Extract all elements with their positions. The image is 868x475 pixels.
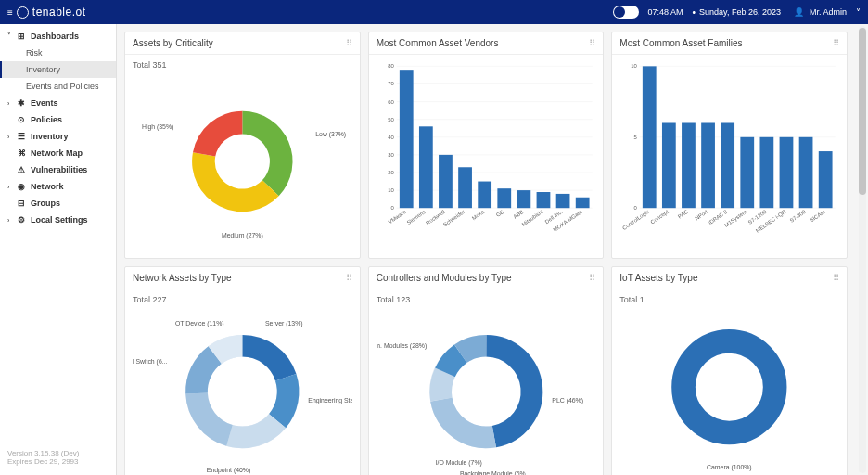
grip-icon[interactable]: ⠿	[833, 38, 839, 48]
svg-text:30: 30	[388, 152, 394, 158]
theme-toggle[interactable]	[613, 6, 639, 19]
svg-rect-52	[721, 122, 735, 208]
grip-icon[interactable]: ⠿	[346, 273, 352, 283]
svg-rect-18	[400, 70, 414, 208]
nav-events[interactable]: › ✱ Events	[0, 95, 116, 111]
controllers-donut-chart[interactable]: Comm. Modules (28%) PLC (46%) I/O Module…	[377, 308, 596, 475]
network-assets-donut-chart[interactable]: OT Device (11%) Server (13%) Industrial …	[133, 308, 352, 475]
scrollbar-track[interactable]	[859, 26, 866, 473]
svg-text:Server (13%): Server (13%)	[265, 320, 303, 327]
svg-text:Mitsubishi: Mitsubishi	[520, 209, 543, 227]
low-label: Low (37%)	[315, 131, 346, 138]
events-icon: ✱	[15, 98, 28, 108]
svg-text:50: 50	[388, 117, 394, 122]
groups-icon: ⊟	[15, 199, 28, 208]
svg-rect-32	[536, 192, 550, 208]
vendors-bar-chart[interactable]: 01020304050607080VMwareSiemensRockwellSc…	[377, 60, 596, 250]
nav-network-map[interactable]: ⌘ Network Map	[0, 145, 116, 161]
high-label: High (35%)	[142, 123, 173, 131]
svg-rect-60	[799, 137, 813, 208]
header-date: Sunday, Feb 26, 2023	[699, 7, 781, 17]
dashboard-main: Assets by Criticality ⠿ Total 351 High (…	[117, 24, 855, 475]
nav-network[interactable]: › ◉ Network	[0, 178, 116, 195]
dashboard-icon: ⊞	[15, 32, 28, 41]
svg-text:S7-300: S7-300	[789, 209, 808, 224]
svg-rect-58	[780, 137, 794, 208]
header-user[interactable]: Mr. Admin	[810, 7, 847, 17]
svg-rect-56	[760, 137, 774, 208]
brand-logo[interactable]: tenable.ot	[17, 6, 86, 19]
nav-sub-inventory[interactable]: Inventory	[0, 61, 116, 78]
families-bar-chart[interactable]: 0510ControlLogixConceptPACNPortiDRAC 8M1…	[619, 60, 839, 250]
panel-families: Most Common Asset Families ⠿ 0510Control…	[611, 32, 848, 259]
grip-icon[interactable]: ⠿	[833, 273, 839, 283]
svg-text:Siemens: Siemens	[405, 209, 426, 225]
iot-donut-chart[interactable]: Camera (100%)	[619, 308, 839, 475]
expires-text: Expires Dec 29, 2993	[7, 457, 108, 466]
toggle-knob-icon	[614, 6, 625, 18]
panel-iot: IoT Assets by Type ⠿ Total 1 Camera (100…	[611, 266, 848, 475]
version-text: Version 3.15.38 (Dev)	[7, 449, 108, 457]
medium-label: Medium (27%)	[222, 232, 263, 239]
chevron-down-icon[interactable]: ˅	[856, 7, 861, 18]
nav-dashboards[interactable]: ˅ ⊞ Dashboards	[0, 28, 116, 45]
grip-icon[interactable]: ⠿	[589, 273, 595, 283]
svg-rect-24	[458, 167, 472, 208]
svg-rect-50	[702, 122, 716, 208]
svg-text:Schneider: Schneider	[442, 209, 466, 227]
svg-rect-48	[682, 122, 696, 208]
svg-text:10: 10	[632, 63, 638, 69]
svg-text:40: 40	[388, 135, 394, 140]
nav-local-settings[interactable]: › ⚙ Local Settings	[0, 212, 116, 228]
nav-sub-risk[interactable]: Risk	[0, 45, 116, 61]
criticality-donut-chart[interactable]: High (35%) Low (37%) Medium (27%)	[133, 73, 352, 250]
svg-text:5: 5	[634, 135, 638, 140]
total-label: Total 351	[133, 60, 352, 70]
hamburger-icon[interactable]: ≡	[7, 7, 13, 18]
sidebar: ˅ ⊞ Dashboards Risk Inventory Events and…	[0, 24, 117, 475]
svg-text:I/O Module (7%): I/O Module (7%)	[435, 459, 481, 467]
grip-icon[interactable]: ⠿	[346, 38, 352, 48]
svg-rect-34	[555, 194, 569, 208]
nav-sub-events-policies[interactable]: Events and Policies	[0, 78, 116, 95]
grip-icon[interactable]: ⠿	[589, 38, 595, 48]
svg-text:Moxa: Moxa	[471, 209, 486, 222]
panel-title: Assets by Criticality	[133, 38, 213, 48]
panel-network-assets: Network Assets by Type ⠿ Total 227	[124, 266, 361, 475]
svg-text:GE: GE	[495, 209, 504, 218]
brand-text: tenable.ot	[32, 6, 86, 19]
svg-rect-36	[575, 198, 589, 208]
nav-inventory[interactable]: › ☰ Inventory	[0, 128, 116, 145]
svg-text:SICAM: SICAM	[809, 209, 826, 224]
svg-text:0: 0	[390, 205, 394, 211]
nav-policies[interactable]: ⊙ Policies	[0, 111, 116, 128]
svg-text:Endpoint (40%): Endpoint (40%)	[207, 467, 251, 474]
svg-text:10: 10	[388, 187, 394, 193]
svg-text:PLC (46%): PLC (46%)	[552, 397, 583, 404]
separator-dot: •	[693, 7, 696, 18]
svg-text:PAC: PAC	[677, 209, 690, 220]
nav-vulnerabilities[interactable]: ⚠ Vulnerabilities	[0, 161, 116, 178]
scrollbar-thumb[interactable]	[859, 28, 866, 195]
network-icon: ◉	[15, 182, 28, 191]
svg-text:20: 20	[388, 170, 394, 175]
nav-groups[interactable]: ⊟ Groups	[0, 195, 116, 212]
svg-text:ControlLogix: ControlLogix	[622, 209, 651, 231]
svg-rect-20	[419, 126, 433, 208]
svg-text:OT Device (11%): OT Device (11%)	[175, 320, 224, 327]
network-map-icon: ⌘	[15, 148, 28, 158]
caret-down-icon: ˅	[7, 32, 15, 40]
inventory-icon: ☰	[15, 132, 28, 141]
svg-rect-54	[741, 137, 755, 208]
nav-list: ˅ ⊞ Dashboards Risk Inventory Events and…	[0, 24, 116, 443]
svg-rect-62	[819, 151, 833, 208]
caret-right-icon: ›	[7, 134, 15, 140]
svg-text:M1System: M1System	[723, 209, 747, 228]
svg-text:80: 80	[388, 63, 394, 69]
caret-right-icon: ›	[7, 184, 15, 190]
svg-rect-26	[478, 182, 491, 209]
nav-label: Dashboards	[31, 32, 79, 41]
vulnerabilities-icon: ⚠	[15, 165, 28, 174]
caret-right-icon: ›	[7, 217, 15, 224]
svg-rect-28	[497, 188, 511, 208]
